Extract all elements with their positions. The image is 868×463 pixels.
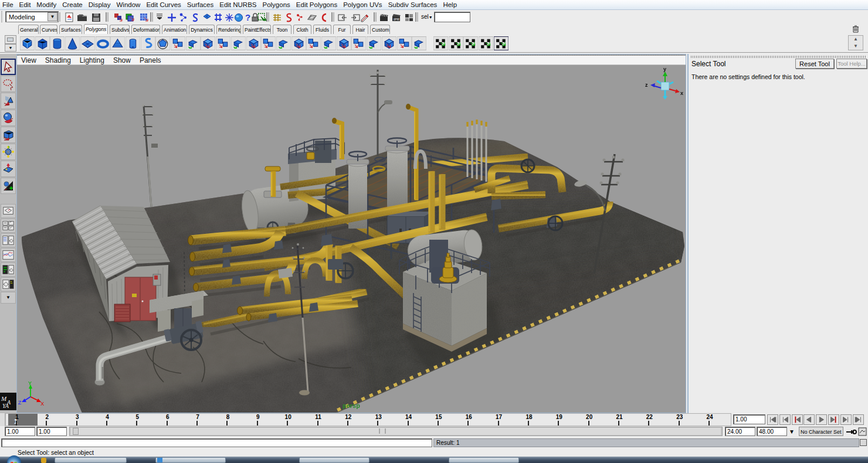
svg-text:M: M xyxy=(1,395,7,402)
svg-text:IPR: IPR xyxy=(394,18,400,21)
svg-text:y: y xyxy=(663,66,666,72)
svg-text:YA: YA xyxy=(2,403,9,409)
svg-text:Y: Y xyxy=(28,380,32,386)
svg-text:persp: persp xyxy=(343,402,360,409)
svg-text:Z: Z xyxy=(18,400,22,406)
svg-text:X: X xyxy=(40,401,44,407)
svg-text:z: z xyxy=(645,82,648,88)
svg-text:x: x xyxy=(680,90,683,96)
